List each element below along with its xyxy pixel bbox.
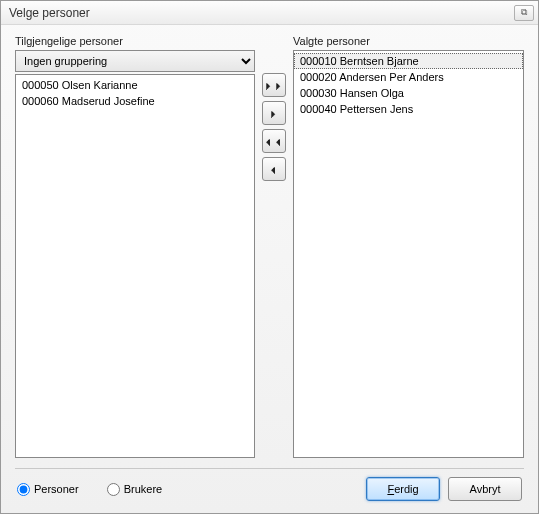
list-item[interactable]: 000020 Andersen Per Anders (294, 69, 523, 85)
list-item[interactable]: 000030 Hansen Olga (294, 85, 523, 101)
available-label: Tilgjengelige personer (15, 35, 255, 47)
radio-group: Personer Brukere (17, 483, 162, 496)
radio-personer[interactable]: Personer (17, 483, 79, 496)
titlebar: Velge personer ⧉ (1, 1, 538, 25)
grouping-select[interactable]: Ingen gruppering (15, 50, 255, 72)
window-title: Velge personer (9, 6, 514, 20)
close-icon: ⧉ (521, 7, 527, 18)
dialog-window: Velge personer ⧉ Tilgjengelige personer … (0, 0, 539, 514)
ok-button-rest: erdig (394, 483, 418, 495)
left-icon: ⏴ (269, 164, 279, 175)
selected-label: Valgte personer (293, 35, 524, 47)
list-item[interactable]: 000060 Madserud Josefine (16, 93, 254, 109)
double-right-icon: ⏵⏵ (264, 80, 284, 91)
ok-button[interactable]: Ferdig (366, 477, 440, 501)
right-icon: ⏵ (269, 108, 279, 119)
remove-one-button[interactable]: ⏴ (262, 157, 286, 181)
radio-personer-label: Personer (34, 483, 79, 495)
columns: Tilgjengelige personer Ingen gruppering … (15, 35, 524, 458)
remove-all-button[interactable]: ⏴⏴ (262, 129, 286, 153)
radio-personer-input[interactable] (17, 483, 30, 496)
divider (15, 468, 524, 469)
bottom-row: Personer Brukere Ferdig Avbryt (15, 477, 524, 505)
available-listbox[interactable]: 000050 Olsen Karianne000060 Madserud Jos… (15, 74, 255, 458)
double-left-icon: ⏴⏴ (264, 136, 284, 147)
add-all-button[interactable]: ⏵⏵ (262, 73, 286, 97)
list-item[interactable]: 000050 Olsen Karianne (16, 77, 254, 93)
selected-column: Valgte personer 000010 Berntsen Bjarne00… (293, 35, 524, 458)
radio-brukere-label: Brukere (124, 483, 163, 495)
close-button[interactable]: ⧉ (514, 5, 534, 21)
list-item[interactable]: 000010 Berntsen Bjarne (294, 53, 523, 69)
content-area: Tilgjengelige personer Ingen gruppering … (1, 25, 538, 513)
list-item[interactable]: 000040 Pettersen Jens (294, 101, 523, 117)
add-one-button[interactable]: ⏵ (262, 101, 286, 125)
radio-brukere[interactable]: Brukere (107, 483, 163, 496)
available-column: Tilgjengelige personer Ingen gruppering … (15, 35, 255, 458)
move-buttons-column: ⏵⏵ ⏵ ⏴⏴ ⏴ (261, 35, 287, 458)
cancel-button[interactable]: Avbryt (448, 477, 522, 501)
selected-listbox[interactable]: 000010 Berntsen Bjarne000020 Andersen Pe… (293, 50, 524, 458)
radio-brukere-input[interactable] (107, 483, 120, 496)
